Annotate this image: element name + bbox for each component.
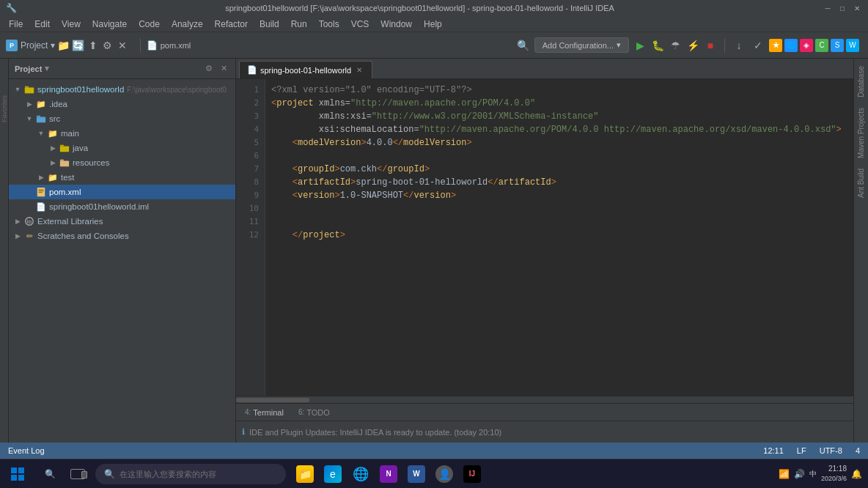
maximize-button[interactable]: □: [837, 3, 847, 13]
svg-rect-6: [60, 146, 69, 152]
tree-arrow-java: ▶: [47, 144, 59, 152]
code-line-6: [271, 149, 847, 163]
tree-external-libs[interactable]: ▶ lib External Libraries: [9, 214, 235, 229]
panel-action-1[interactable]: ⚙: [203, 63, 215, 75]
panel-actions: ⚙ ✕: [203, 63, 229, 75]
taskbar-search-input[interactable]: [119, 470, 277, 478]
menu-navigate[interactable]: Navigate: [87, 18, 133, 31]
tree-iml[interactable]: ▶ 📄 springboot01helloworld.iml: [9, 199, 235, 214]
terminal-tab[interactable]: 4: Terminal: [239, 407, 290, 418]
taskbar-chrome[interactable]: 🌐: [347, 461, 374, 487]
tree-scratches[interactable]: ▶ ✏ Scratches and Consoles: [9, 229, 235, 243]
tab-xml-icon: 📄: [247, 65, 257, 75]
panel-close[interactable]: ✕: [218, 63, 229, 75]
browser-icon-3[interactable]: ◈: [800, 39, 813, 52]
tree-idea[interactable]: ▶ 📁 .idea: [9, 97, 235, 111]
browser-icon-1[interactable]: ★: [769, 39, 782, 52]
terminal-tab-num: 4:: [245, 408, 251, 416]
browser-icons: ★ 🌐 ◈ C S W: [769, 39, 859, 52]
taskbar-task-view[interactable]: [65, 461, 91, 487]
project-tree: ▼ springboot01helloworld F:\java\workspa…: [9, 79, 235, 443]
menu-vcs[interactable]: VCS: [345, 18, 375, 31]
taskbar-onenote[interactable]: N: [375, 461, 402, 487]
update-project-button[interactable]: ↓: [731, 37, 747, 53]
taskbar-user[interactable]: 👤: [431, 461, 457, 487]
menu-refactor[interactable]: Refactor: [209, 18, 254, 31]
tree-resources[interactable]: ▶ resources: [9, 155, 235, 170]
search-everywhere-button[interactable]: 🔍: [515, 37, 532, 53]
taskbar-file-explorer[interactable]: 📁: [292, 461, 318, 487]
menu-edit[interactable]: Edit: [29, 18, 56, 31]
tree-java[interactable]: ▶ java: [9, 141, 235, 155]
code-line-10: [271, 202, 847, 215]
editor-scrollbar-thumb[interactable]: [236, 398, 309, 402]
taskbar-word[interactable]: W: [403, 461, 430, 487]
notification-icon[interactable]: 🔔: [851, 469, 862, 479]
taskbar-ime-icon[interactable]: 中: [809, 469, 817, 479]
menu-build[interactable]: Build: [254, 18, 285, 31]
browser-icon-2[interactable]: 🌐: [784, 39, 798, 52]
project-selector[interactable]: P Project ▾ 📁 🔄 ⬆ ⚙ ✕: [6, 37, 128, 53]
sync-button[interactable]: 🔄: [73, 37, 84, 53]
cursor-position[interactable]: 12:11: [761, 446, 786, 455]
ant-build-panel-label[interactable]: Ant Build: [856, 164, 867, 202]
browser-icon-5[interactable]: S: [831, 39, 844, 52]
maven-panel-label[interactable]: Maven Projects: [856, 103, 867, 163]
line-ending[interactable]: LF: [795, 446, 809, 455]
menu-window[interactable]: Window: [375, 18, 418, 31]
menu-code[interactable]: Code: [133, 18, 166, 31]
run-button[interactable]: ▶: [632, 37, 648, 53]
editor-scrollbar[interactable]: [236, 396, 853, 403]
start-button[interactable]: [0, 459, 35, 489]
collapse-all-button[interactable]: ⬆: [87, 37, 99, 53]
taskbar-intellij[interactable]: IJ: [459, 461, 485, 487]
svg-rect-8: [60, 160, 69, 166]
menu-analyze[interactable]: Analyze: [166, 18, 209, 31]
todo-tab[interactable]: 6: TODO: [293, 407, 336, 418]
browser-icon-4[interactable]: C: [815, 39, 828, 52]
taskbar-search-box[interactable]: 🔍: [95, 464, 286, 484]
taskbar-edge[interactable]: e: [320, 461, 346, 487]
status-message-area: ℹ IDE and Plugin Updates: IntelliJ IDEA …: [236, 421, 853, 443]
test-label: test: [61, 173, 75, 182]
encoding[interactable]: UTF-8: [817, 446, 845, 455]
menu-help[interactable]: Help: [418, 18, 448, 31]
database-panel-label[interactable]: Database: [856, 62, 867, 102]
commit-button[interactable]: ✓: [750, 37, 766, 53]
tree-src[interactable]: ▼ src: [9, 111, 235, 126]
tree-pom[interactable]: ▶ pom.xml: [9, 185, 235, 199]
tab-close-button[interactable]: ✕: [354, 65, 364, 75]
taskbar-search-btn[interactable]: 🔍: [37, 461, 63, 487]
debug-button[interactable]: 🐛: [650, 37, 666, 53]
close-button[interactable]: ✕: [852, 3, 862, 13]
taskbar-datetime[interactable]: 21:18 2020/3/6: [821, 464, 847, 484]
settings-button[interactable]: ⚙: [102, 37, 114, 53]
editor-tab-pom[interactable]: 📄 spring-boot-01-helloworld ✕: [239, 61, 372, 78]
menu-view[interactable]: View: [56, 18, 87, 31]
new-dir-button[interactable]: 📁: [58, 37, 70, 53]
menu-run[interactable]: Run: [285, 18, 313, 31]
taskbar-volume-icon[interactable]: 🔊: [794, 469, 805, 479]
tree-main[interactable]: ▼ 📁 main: [9, 126, 235, 141]
run-config-arrow: ▾: [617, 40, 621, 50]
event-log-button[interactable]: Event Log: [6, 446, 47, 455]
breadcrumb-icon: 📄: [147, 40, 158, 51]
panel-close-button[interactable]: ✕: [117, 37, 128, 53]
menu-tools[interactable]: Tools: [313, 18, 345, 31]
favorites-label[interactable]: Favorites: [1, 95, 8, 122]
coverage-button[interactable]: ☂: [667, 37, 683, 53]
taskbar-network-icon[interactable]: 📶: [779, 469, 790, 479]
window-title: springboot01helloworld [F:\java\workspac…: [17, 4, 823, 12]
tree-test[interactable]: ▶ 📁 test: [9, 170, 235, 185]
browser-icon-6[interactable]: W: [846, 39, 859, 52]
svg-rect-0: [25, 86, 29, 88]
menu-file[interactable]: File: [3, 18, 29, 31]
tab-label: spring-boot-01-helloworld: [260, 66, 351, 75]
code-line-3: xmlns:xsi="http://www.w3.org/2001/XMLSch…: [271, 110, 847, 123]
run-config-button[interactable]: Add Configuration... ▾: [534, 37, 629, 53]
tree-root[interactable]: ▼ springboot01helloworld F:\java\workspa…: [9, 82, 235, 97]
stop-button[interactable]: ■: [702, 37, 718, 53]
code-content[interactable]: <?xml version="1.0" encoding="UTF-8"?> <…: [265, 79, 853, 396]
minimize-button[interactable]: ─: [823, 3, 833, 13]
profile-button[interactable]: ⚡: [685, 37, 701, 53]
